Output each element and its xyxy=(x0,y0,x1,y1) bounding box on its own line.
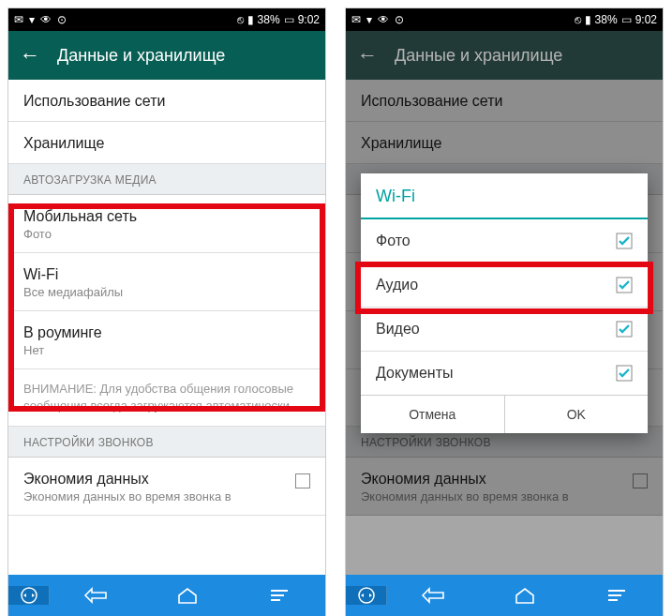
row-economy[interactable]: Экономия данных Экономия данных во время… xyxy=(8,458,325,516)
mail-icon: ✉ xyxy=(351,13,361,26)
nav-teamviewer-icon[interactable] xyxy=(346,586,387,605)
nav-bar xyxy=(8,575,325,616)
arrow-icon: ▾ xyxy=(29,13,35,26)
nav-teamviewer-icon[interactable] xyxy=(8,586,50,605)
ok-button[interactable]: OK xyxy=(504,395,649,433)
signal-icon: ▮ xyxy=(585,13,591,26)
dialog-row-video[interactable]: Видео xyxy=(361,308,648,352)
row-label: Хранилище xyxy=(23,135,310,152)
nav-home-icon[interactable] xyxy=(142,587,233,604)
eye-icon: 👁 xyxy=(40,13,52,26)
signal-icon: ▮ xyxy=(247,13,254,26)
dialog-title: Wi-Fi xyxy=(361,173,648,219)
row-label: Экономия данных xyxy=(23,471,288,488)
checkbox-checked-icon[interactable] xyxy=(616,321,633,338)
row-sub: Фото xyxy=(23,227,310,241)
dialog-row-audio[interactable]: Аудио xyxy=(361,263,648,308)
nav-back-icon[interactable] xyxy=(387,587,479,604)
section-autodownload: АВТОЗАГРУЗКА МЕДИА xyxy=(8,164,325,195)
row-label: Wi-Fi xyxy=(23,266,310,283)
battery-text: 38% xyxy=(595,13,618,26)
wifi-icon: ⎋ xyxy=(237,13,244,26)
checkbox-checked-icon[interactable] xyxy=(616,277,633,293)
teamviewer-icon: ⊙ xyxy=(57,13,67,26)
row-sub: Экономия данных во время звонка в xyxy=(23,489,288,503)
app-bar: ← Данные и хранилище xyxy=(346,31,663,80)
checkbox-checked-icon[interactable] xyxy=(616,233,633,249)
phone-left: ✉ ▾ 👁 ⊙ ⎋ ▮ 38% ▭ 9:02 ← Данные и хранил… xyxy=(7,8,326,616)
checkbox-empty[interactable] xyxy=(295,473,310,488)
page-title: Данные и хранилище xyxy=(395,46,562,66)
settings-list: Использование сети Хранилище АВТОЗАГРУЗК… xyxy=(346,80,663,575)
back-icon: ← xyxy=(357,43,378,68)
battery-icon: ▭ xyxy=(621,13,632,26)
row-storage[interactable]: Хранилище xyxy=(8,122,325,164)
settings-list: Использование сети Хранилище АВТОЗАГРУЗК… xyxy=(8,80,325,575)
row-label: В роуминге xyxy=(23,324,310,341)
row-sub: Все медиафайлы xyxy=(23,285,310,299)
wifi-icon: ⎋ xyxy=(575,13,581,26)
nav-bar xyxy=(346,575,663,616)
back-icon[interactable]: ← xyxy=(20,43,40,68)
nav-recent-icon[interactable] xyxy=(233,588,325,603)
mail-icon: ✉ xyxy=(14,13,23,26)
eye-icon: 👁 xyxy=(378,13,389,26)
status-bar: ✉ ▾ 👁 ⊙ ⎋ ▮ 38% ▭ 9:02 xyxy=(346,8,663,31)
clock-text: 9:02 xyxy=(298,13,320,26)
row-mobile[interactable]: Мобильная сеть Фото xyxy=(8,195,325,253)
dialog-row-label: Документы xyxy=(376,365,453,382)
dialog-row-label: Фото xyxy=(376,233,411,249)
dialog-row-label: Видео xyxy=(376,321,420,338)
phone-right: ✉ ▾ 👁 ⊙ ⎋ ▮ 38% ▭ 9:02 ← Данные и хранил… xyxy=(345,8,664,616)
info-text: ВНИМАНИЕ: Для удобства общения голосовые… xyxy=(8,369,325,427)
dialog-row-label: Аудио xyxy=(376,277,418,293)
battery-text: 38% xyxy=(258,13,280,26)
cancel-button[interactable]: Отмена xyxy=(361,395,504,433)
row-network-usage[interactable]: Использование сети xyxy=(8,80,325,122)
checkbox-checked-icon[interactable] xyxy=(616,365,633,382)
page-title: Данные и хранилище xyxy=(57,46,225,66)
row-label: Использование сети xyxy=(23,93,310,110)
row-label: Мобильная сеть xyxy=(23,208,310,225)
row-roaming[interactable]: В роуминге Нет xyxy=(8,311,325,369)
clock-text: 9:02 xyxy=(635,13,657,26)
row-sub: Нет xyxy=(23,343,310,357)
section-calls: НАСТРОЙКИ ЗВОНКОВ xyxy=(8,427,325,458)
dialog-row-photo[interactable]: Фото xyxy=(361,219,648,263)
arrow-icon: ▾ xyxy=(366,13,372,26)
status-bar: ✉ ▾ 👁 ⊙ ⎋ ▮ 38% ▭ 9:02 xyxy=(8,8,325,31)
app-bar: ← Данные и хранилище xyxy=(8,31,325,80)
row-wifi[interactable]: Wi-Fi Все медиафайлы xyxy=(8,253,325,311)
wifi-dialog: Wi-Fi Фото Аудио Видео xyxy=(361,173,648,433)
nav-back-icon[interactable] xyxy=(50,587,142,604)
teamviewer-icon: ⊙ xyxy=(395,13,404,26)
dialog-row-docs[interactable]: Документы xyxy=(361,352,648,395)
nav-home-icon[interactable] xyxy=(479,587,571,604)
battery-icon: ▭ xyxy=(284,13,294,26)
nav-recent-icon[interactable] xyxy=(571,588,663,603)
